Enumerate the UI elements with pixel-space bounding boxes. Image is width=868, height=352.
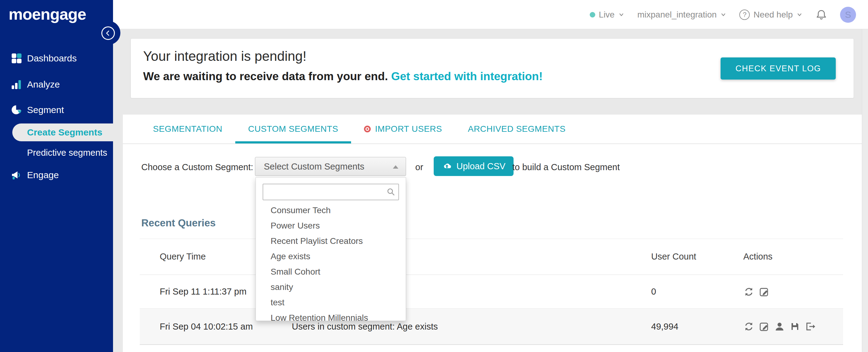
tab-archived-segments[interactable]: ARCHIVED SEGMENTS bbox=[455, 115, 578, 143]
notifications-button[interactable] bbox=[815, 9, 827, 21]
sidebar-item-create-segments[interactable]: Create Segments bbox=[12, 124, 113, 141]
bell-icon bbox=[815, 9, 827, 21]
or-label: or bbox=[415, 162, 423, 172]
sidebar-item-label: Engage bbox=[27, 170, 59, 180]
import-users-dot-icon bbox=[364, 126, 371, 132]
dropdown-option[interactable]: Consumer Tech bbox=[256, 203, 406, 218]
integration-banner: Your integration is pending! We are wait… bbox=[130, 38, 854, 98]
chevron-down-icon bbox=[720, 12, 726, 18]
chevron-down-icon bbox=[797, 12, 803, 18]
dropdown-option[interactable]: Power Users bbox=[256, 218, 406, 233]
sidebar-item-label: Segment bbox=[27, 105, 64, 115]
chevron-down-icon bbox=[618, 12, 624, 18]
triangle-up-icon bbox=[393, 165, 398, 169]
upload-csv-label: Upload CSV bbox=[457, 161, 505, 171]
custom-segment-select[interactable]: Select Custom Segments bbox=[255, 157, 406, 176]
sidebar-item-predictive-segments[interactable]: Predictive segments bbox=[0, 144, 113, 162]
sidebar-item-label: Create Segments bbox=[27, 127, 102, 138]
save-icon[interactable] bbox=[789, 321, 800, 332]
banner-subtitle-text: We are waiting to receive data from your… bbox=[143, 70, 388, 83]
dropdown-option[interactable]: Recent Playlist Creators bbox=[256, 233, 406, 249]
query-time-cell: Fri Sep 11 1:11:37 pm bbox=[160, 275, 247, 309]
tab-label: ARCHIVED SEGMENTS bbox=[468, 124, 565, 134]
moengage-app: Live mixpanel_integration ? Need help S bbox=[0, 0, 868, 352]
tab-label: IMPORT USERS bbox=[375, 124, 442, 134]
user-icon[interactable] bbox=[774, 321, 785, 332]
tab-import-users[interactable]: IMPORT USERS bbox=[351, 115, 455, 143]
question-icon: ? bbox=[739, 9, 750, 20]
sidebar-item-segment[interactable]: Segment bbox=[0, 101, 113, 119]
recent-queries-table: Query Time User Count Actions Fri Sep 11… bbox=[140, 239, 843, 345]
engage-megaphone-icon bbox=[11, 169, 22, 181]
sidebar-collapse-button[interactable] bbox=[101, 26, 115, 40]
sidebar-item-label: Dashboards bbox=[27, 53, 77, 64]
live-status-dot-icon bbox=[590, 12, 595, 18]
need-help-label: Need help bbox=[753, 10, 793, 20]
tab-label: CUSTOM SEGMENTS bbox=[248, 124, 338, 134]
actions-cell bbox=[743, 309, 816, 344]
custom-segments-dropdown: Consumer Tech Power Users Recent Playlis… bbox=[255, 177, 406, 321]
vertical-scrollbar[interactable] bbox=[862, 29, 868, 352]
moengage-logo[interactable]: moengage bbox=[9, 5, 86, 23]
workspace-switcher[interactable]: mixpanel_integration bbox=[637, 10, 726, 20]
recent-queries-title: Recent Queries bbox=[141, 217, 216, 229]
tab-segmentation[interactable]: SEGMENTATION bbox=[140, 115, 235, 143]
refresh-icon[interactable] bbox=[743, 286, 754, 297]
chevron-left-icon bbox=[105, 30, 112, 37]
table-header-row: Query Time User Count Actions bbox=[140, 239, 843, 275]
banner-subtitle: We are waiting to receive data from your… bbox=[143, 70, 543, 83]
refresh-icon[interactable] bbox=[743, 321, 754, 332]
check-event-log-button[interactable]: CHECK EVENT LOG bbox=[720, 58, 836, 79]
main-panel: SEGMENTATION CUSTOM SEGMENTS IMPORT USER… bbox=[123, 115, 862, 352]
workspace-name: mixpanel_integration bbox=[637, 10, 717, 20]
column-header-query-time: Query Time bbox=[160, 239, 206, 275]
get-started-link[interactable]: Get started with integration! bbox=[391, 70, 542, 83]
table-row: Fri Sep 11 1:11:37 pm 0 bbox=[140, 275, 843, 309]
sidebar-item-engage[interactable]: Engage bbox=[0, 166, 113, 184]
avatar-initial: S bbox=[845, 9, 851, 20]
dropdown-option[interactable]: sanity bbox=[256, 280, 406, 295]
search-icon bbox=[386, 187, 396, 197]
tab-label: SEGMENTATION bbox=[153, 124, 222, 134]
actions-cell bbox=[743, 275, 770, 309]
export-icon[interactable] bbox=[805, 321, 816, 332]
sidebar-item-analyze[interactable]: Analyze bbox=[0, 75, 113, 94]
tab-bar: SEGMENTATION CUSTOM SEGMENTS IMPORT USER… bbox=[123, 115, 862, 144]
sidebar-item-label: Analyze bbox=[27, 79, 60, 90]
sidebar: moengage Dashboards Analyze bbox=[0, 0, 113, 352]
tab-custom-segments[interactable]: CUSTOM SEGMENTS bbox=[235, 115, 351, 143]
column-header-user-count: User Count bbox=[651, 239, 696, 275]
user-count-cell: 49,994 bbox=[651, 309, 679, 344]
dropdown-search-wrap bbox=[262, 184, 399, 200]
dropdown-option[interactable]: Small Cohort bbox=[256, 264, 406, 280]
select-value: Select Custom Segments bbox=[264, 162, 364, 172]
top-header: Live mixpanel_integration ? Need help S bbox=[113, 0, 868, 29]
environment-switcher[interactable]: Live bbox=[590, 10, 624, 20]
dropdown-search-input[interactable] bbox=[262, 184, 399, 200]
upload-csv-button[interactable]: Upload CSV bbox=[434, 156, 514, 176]
need-help-menu[interactable]: ? Need help bbox=[739, 9, 803, 20]
banner-title: Your integration is pending! bbox=[143, 49, 307, 64]
environment-label: Live bbox=[599, 10, 615, 20]
build-segment-label: to build a Custom Segment bbox=[512, 162, 620, 172]
dropdown-option[interactable]: Age exists bbox=[256, 249, 406, 264]
column-header-actions: Actions bbox=[743, 239, 773, 275]
header-right-cluster: Live mixpanel_integration ? Need help S bbox=[590, 0, 856, 29]
sidebar-item-label: Predictive segments bbox=[27, 148, 107, 158]
dropdown-option[interactable]: test bbox=[256, 295, 406, 310]
sidebar-item-dashboards[interactable]: Dashboards bbox=[0, 49, 113, 68]
cloud-upload-icon bbox=[442, 161, 452, 171]
table-row: Fri Sep 04 10:02:15 am Users in custom s… bbox=[140, 309, 843, 345]
dropdown-option[interactable]: Low Retention Millennials bbox=[256, 310, 406, 326]
user-avatar[interactable]: S bbox=[840, 7, 856, 23]
dashboards-grid-icon bbox=[11, 53, 22, 64]
edit-icon[interactable] bbox=[758, 321, 770, 332]
segment-pie-icon bbox=[11, 104, 22, 116]
choose-segment-label: Choose a Custom Segment: bbox=[141, 162, 253, 172]
edit-icon[interactable] bbox=[758, 286, 770, 297]
analyze-bars-icon bbox=[11, 79, 22, 90]
query-time-cell: Fri Sep 04 10:02:15 am bbox=[160, 309, 253, 344]
user-count-cell: 0 bbox=[651, 275, 656, 309]
